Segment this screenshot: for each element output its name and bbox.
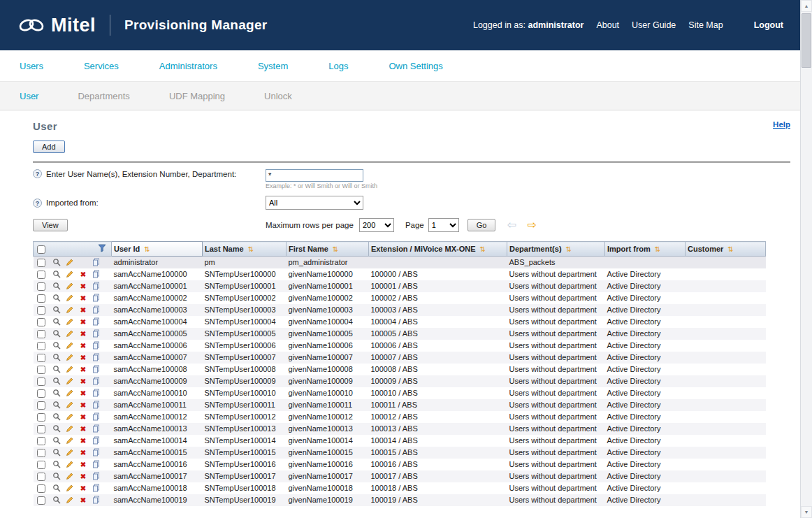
edit-icon[interactable] xyxy=(66,484,75,493)
copy-icon[interactable] xyxy=(92,484,101,493)
copy-icon[interactable] xyxy=(92,270,101,279)
select-all-checkbox[interactable] xyxy=(37,245,45,254)
row-checkbox[interactable] xyxy=(37,271,45,279)
copy-icon[interactable] xyxy=(92,389,101,398)
row-checkbox[interactable] xyxy=(37,449,45,457)
user-guide-link[interactable]: User Guide xyxy=(632,20,676,30)
delete-icon[interactable]: ✖ xyxy=(79,389,88,398)
column-header-extension[interactable]: Extension / MiVoice MX-ONE⇅ xyxy=(369,242,507,257)
row-checkbox[interactable] xyxy=(37,389,45,398)
view-icon[interactable] xyxy=(52,436,61,445)
view-icon[interactable] xyxy=(52,258,61,267)
search-input[interactable] xyxy=(266,169,363,182)
nav-logs[interactable]: Logs xyxy=(328,61,348,71)
copy-icon[interactable] xyxy=(92,436,101,445)
go-button[interactable]: Go xyxy=(467,219,496,231)
copy-icon[interactable] xyxy=(92,353,101,362)
row-checkbox[interactable] xyxy=(37,401,45,410)
vertical-scrollbar[interactable]: ▲ ▼ xyxy=(800,0,812,518)
sort-icon[interactable]: ⇅ xyxy=(248,245,254,253)
scroll-down-icon[interactable]: ▼ xyxy=(801,506,812,518)
delete-icon[interactable]: ✖ xyxy=(79,472,88,481)
view-icon[interactable] xyxy=(52,294,61,303)
copy-icon[interactable] xyxy=(92,424,101,433)
logout-link[interactable]: Logout xyxy=(754,20,783,30)
prev-page-icon[interactable]: ⇦ xyxy=(507,220,516,231)
copy-icon[interactable] xyxy=(92,365,101,374)
view-icon[interactable] xyxy=(52,317,61,326)
copy-icon[interactable] xyxy=(92,258,101,267)
edit-icon[interactable] xyxy=(66,353,75,362)
row-checkbox[interactable] xyxy=(37,354,45,362)
row-checkbox[interactable] xyxy=(37,413,45,422)
column-header-user-id[interactable]: User Id⇅ xyxy=(112,242,203,257)
nav-own-settings[interactable]: Own Settings xyxy=(389,61,442,71)
edit-icon[interactable] xyxy=(66,412,75,422)
row-checkbox[interactable] xyxy=(37,259,45,267)
delete-icon[interactable]: ✖ xyxy=(79,484,88,493)
column-header-customer[interactable]: Customer⇅ xyxy=(686,242,766,257)
row-checkbox[interactable] xyxy=(37,496,45,505)
edit-icon[interactable] xyxy=(66,424,75,433)
sort-icon[interactable]: ⇅ xyxy=(144,245,150,253)
edit-icon[interactable] xyxy=(66,436,75,445)
sort-icon[interactable]: ⇅ xyxy=(480,245,486,253)
delete-icon[interactable]: ✖ xyxy=(79,317,88,326)
row-checkbox[interactable] xyxy=(37,294,45,303)
delete-icon[interactable]: ✖ xyxy=(79,460,88,469)
sort-icon[interactable]: ⇅ xyxy=(655,245,660,253)
view-icon[interactable] xyxy=(52,305,61,315)
copy-icon[interactable] xyxy=(92,329,101,338)
edit-icon[interactable] xyxy=(66,496,75,505)
column-header-import-from[interactable]: Import from⇅ xyxy=(605,242,686,257)
view-icon[interactable] xyxy=(52,329,61,338)
delete-icon[interactable]: ✖ xyxy=(79,496,88,505)
help-tooltip-icon[interactable]: ? xyxy=(33,199,42,208)
row-checkbox[interactable] xyxy=(37,473,45,481)
edit-icon[interactable] xyxy=(66,294,75,303)
copy-icon[interactable] xyxy=(92,460,101,469)
delete-icon[interactable]: ✖ xyxy=(79,401,88,410)
copy-icon[interactable] xyxy=(92,448,101,457)
imported-from-select[interactable]: All xyxy=(266,196,363,210)
copy-icon[interactable] xyxy=(92,341,101,350)
help-link[interactable]: Help xyxy=(773,120,790,129)
copy-icon[interactable] xyxy=(92,294,101,303)
edit-icon[interactable] xyxy=(66,460,75,469)
delete-icon[interactable]: ✖ xyxy=(79,305,88,315)
help-tooltip-icon[interactable]: ? xyxy=(33,169,42,178)
view-icon[interactable] xyxy=(52,341,61,350)
nav-system[interactable]: System xyxy=(258,61,288,71)
row-checkbox[interactable] xyxy=(37,306,45,315)
delete-icon[interactable]: ✖ xyxy=(79,377,88,386)
subnav-unlock[interactable]: Unlock xyxy=(264,91,292,101)
sort-icon[interactable]: ⇅ xyxy=(566,245,572,253)
about-link[interactable]: About xyxy=(596,20,619,30)
scroll-up-icon[interactable]: ▲ xyxy=(801,0,812,12)
delete-icon[interactable]: ✖ xyxy=(79,365,88,374)
delete-icon[interactable]: ✖ xyxy=(79,353,88,362)
column-header-first-name[interactable]: First Name⇅ xyxy=(287,242,369,257)
row-checkbox[interactable] xyxy=(37,425,45,433)
edit-icon[interactable] xyxy=(66,305,75,315)
edit-icon[interactable] xyxy=(66,401,75,410)
column-header-last-name[interactable]: Last Name⇅ xyxy=(203,242,287,257)
copy-icon[interactable] xyxy=(92,317,101,326)
page-select[interactable]: 1 xyxy=(428,218,459,232)
copy-icon[interactable] xyxy=(92,305,101,315)
row-checkbox[interactable] xyxy=(37,342,45,350)
row-checkbox[interactable] xyxy=(37,461,45,469)
delete-icon[interactable]: ✖ xyxy=(79,448,88,457)
edit-icon[interactable] xyxy=(66,448,75,457)
delete-icon[interactable]: ✖ xyxy=(79,282,88,291)
view-icon[interactable] xyxy=(52,460,61,469)
nav-administrators[interactable]: Administrators xyxy=(159,61,217,71)
row-checkbox[interactable] xyxy=(37,484,45,493)
delete-icon[interactable]: ✖ xyxy=(79,424,88,433)
sort-icon[interactable]: ⇅ xyxy=(333,245,338,253)
row-checkbox[interactable] xyxy=(37,318,45,326)
edit-icon[interactable] xyxy=(66,472,75,481)
scrollbar-thumb[interactable] xyxy=(802,13,811,68)
copy-icon[interactable] xyxy=(92,472,101,481)
subnav-udf-mapping[interactable]: UDF Mapping xyxy=(169,91,225,101)
